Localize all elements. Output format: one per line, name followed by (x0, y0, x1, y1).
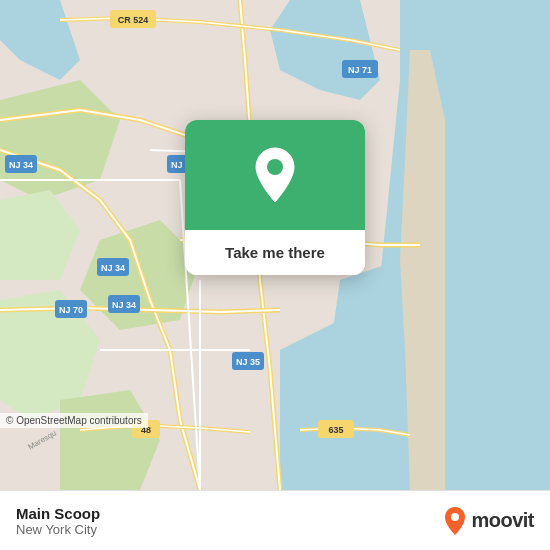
svg-text:NJ 34: NJ 34 (9, 160, 33, 170)
moovit-logo: moovit (443, 506, 534, 536)
svg-marker-4 (280, 320, 360, 490)
location-pin-icon (250, 146, 300, 204)
moovit-brand-text: moovit (471, 509, 534, 532)
svg-text:NJ 34: NJ 34 (101, 263, 125, 273)
map-container: CR 524 NJ 71 NJ 34 NJ 34 NJ 35 NJ 71 NJ … (0, 0, 550, 490)
popup-header (185, 120, 365, 230)
svg-text:635: 635 (328, 425, 343, 435)
svg-text:NJ 70: NJ 70 (59, 305, 83, 315)
place-name: Main Scoop (16, 505, 100, 522)
svg-text:NJ 34: NJ 34 (112, 300, 136, 310)
svg-text:NJ 35: NJ 35 (236, 357, 260, 367)
place-info: Main Scoop New York City (16, 505, 100, 537)
svg-point-40 (267, 159, 283, 175)
navigation-popup: Take me there (185, 120, 365, 275)
attribution-text: © OpenStreetMap contributors (6, 415, 142, 426)
place-city: New York City (16, 522, 100, 537)
take-me-there-button[interactable]: Take me there (185, 230, 365, 275)
bottom-bar: Main Scoop New York City moovit (0, 490, 550, 550)
map-attribution: © OpenStreetMap contributors (0, 413, 148, 428)
moovit-pin-icon (443, 506, 467, 536)
svg-point-41 (451, 513, 459, 521)
svg-text:NJ 71: NJ 71 (348, 65, 372, 75)
svg-text:CR 524: CR 524 (118, 15, 149, 25)
